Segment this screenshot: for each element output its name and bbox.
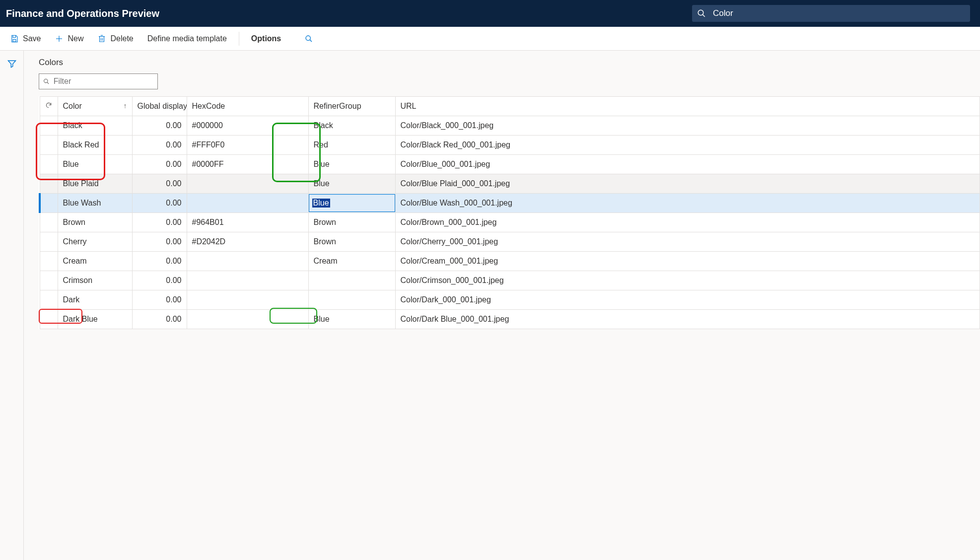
define-media-template-button[interactable]: Define media template [141,31,233,46]
app-title: Finance and Operations Preview [5,8,159,19]
cell-refiner[interactable]: Blue [308,194,395,213]
cell-global[interactable]: 0.00 [132,252,187,271]
col-color[interactable]: Color ↑ [58,97,132,116]
cell-global[interactable]: 0.00 [132,271,187,290]
row-selector[interactable] [40,213,58,232]
filter-input[interactable] [54,77,153,86]
row-selector[interactable] [40,310,58,329]
cell-color[interactable]: Crimson [58,271,132,290]
cell-refiner[interactable]: Blue [308,155,395,174]
cell-hex[interactable]: #FFF0F0 [187,136,308,155]
cell-refiner[interactable]: Blue [308,174,395,194]
row-selector[interactable] [40,136,58,155]
table-row[interactable]: Black0.00#000000BlackColor/Black_000_001… [40,116,980,136]
cell-color[interactable]: Blue [58,155,132,174]
cell-global[interactable]: 0.00 [132,116,187,136]
cell-hex[interactable] [187,310,308,329]
filter-icon[interactable] [7,59,17,560]
cell-url[interactable]: Color/Blue_000_001.jpeg [395,155,980,174]
row-selector[interactable] [40,194,58,213]
define-label: Define media template [147,34,227,43]
col-refiner[interactable]: RefinerGroup [308,97,395,116]
cell-color[interactable]: Black [58,116,132,136]
table-row[interactable]: Blue0.00#0000FFBlueColor/Blue_000_001.jp… [40,155,980,174]
cell-color[interactable]: Cherry [58,232,132,252]
table-row[interactable]: Dark Blue0.00BlueColor/Dark Blue_000_001… [40,310,980,329]
row-selector[interactable] [40,116,58,136]
cell-refiner[interactable] [308,290,395,310]
table-row[interactable]: Blue Wash0.00BlueColor/Blue Wash_000_001… [40,194,980,213]
cell-color[interactable]: Blue Plaid [58,174,132,194]
cell-url[interactable]: Color/Crimson_000_001.jpeg [395,271,980,290]
svg-line-8 [310,40,312,42]
cell-global[interactable]: 0.00 [132,136,187,155]
cell-hex[interactable] [187,271,308,290]
cell-refiner[interactable]: Brown [308,232,395,252]
cell-global[interactable]: 0.00 [132,155,187,174]
cell-global[interactable]: 0.00 [132,290,187,310]
row-selector[interactable] [40,155,58,174]
main-panel: Colors Color ↑ Global display ... HexCod… [24,51,980,560]
delete-label: Delete [110,34,133,43]
cell-global[interactable]: 0.00 [132,213,187,232]
cell-hex[interactable] [187,174,308,194]
table-row[interactable]: Blue Plaid0.00BlueColor/Blue Plaid_000_0… [40,174,980,194]
cell-color[interactable]: Brown [58,213,132,232]
table-row[interactable]: Cream0.00CreamColor/Cream_000_001.jpeg [40,252,980,271]
row-selector[interactable] [40,290,58,310]
cell-refiner[interactable]: Red [308,136,395,155]
cell-refiner[interactable]: Black [308,116,395,136]
cell-color[interactable]: Blue Wash [58,194,132,213]
new-button[interactable]: New [49,31,89,46]
cell-url[interactable]: Color/Dark Blue_000_001.jpeg [395,310,980,329]
cell-refiner[interactable]: Cream [308,252,395,271]
refresh-column[interactable] [40,97,58,116]
row-selector[interactable] [40,252,58,271]
cell-refiner[interactable]: Brown [308,213,395,232]
table-row[interactable]: Cherry0.00#D2042DBrownColor/Cherry_000_0… [40,232,980,252]
cell-global[interactable]: 0.00 [132,310,187,329]
cell-url[interactable]: Color/Black_000_001.jpeg [395,116,980,136]
header-row: Color ↑ Global display ... HexCode Refin… [40,97,980,116]
cell-hex[interactable]: #D2042D [187,232,308,252]
cell-hex[interactable]: #964B01 [187,213,308,232]
cell-hex[interactable] [187,252,308,271]
cell-color[interactable]: Cream [58,252,132,271]
cell-hex[interactable]: #0000FF [187,155,308,174]
table-row[interactable]: Crimson0.00Color/Crimson_000_001.jpeg [40,271,980,290]
table-row[interactable]: Black Red0.00#FFF0F0RedColor/Black Red_0… [40,136,980,155]
cell-global[interactable]: 0.00 [132,174,187,194]
editing-value[interactable]: Blue [312,199,330,208]
table-row[interactable]: Brown0.00#964B01BrownColor/Brown_000_001… [40,213,980,232]
options-button[interactable]: Options [245,31,287,46]
cell-color[interactable]: Dark [58,290,132,310]
cell-refiner[interactable]: Blue [308,310,395,329]
col-global[interactable]: Global display ... [132,97,187,116]
table-row[interactable]: Dark0.00Color/Dark_000_001.jpeg [40,290,980,310]
cell-url[interactable]: Color/Cherry_000_001.jpeg [395,232,980,252]
cell-hex[interactable]: #000000 [187,116,308,136]
cell-url[interactable]: Color/Black Red_000_001.jpeg [395,136,980,155]
cell-url[interactable]: Color/Blue Wash_000_001.jpeg [395,194,980,213]
cell-global[interactable]: 0.00 [132,194,187,213]
col-hex[interactable]: HexCode [187,97,308,116]
cell-url[interactable]: Color/Dark_000_001.jpeg [395,290,980,310]
cell-url[interactable]: Color/Blue Plaid_000_001.jpeg [395,174,980,194]
row-selector[interactable] [40,271,58,290]
grid-filter[interactable] [39,73,158,89]
delete-button[interactable]: Delete [91,31,139,46]
row-selector[interactable] [40,174,58,194]
cell-color[interactable]: Dark Blue [58,310,132,329]
col-url[interactable]: URL [395,97,980,116]
cell-global[interactable]: 0.00 [132,232,187,252]
cell-url[interactable]: Color/Brown_000_001.jpeg [395,213,980,232]
cell-hex[interactable] [187,194,308,213]
row-selector[interactable] [40,232,58,252]
cell-color[interactable]: Black Red [58,136,132,155]
global-search[interactable]: Color [692,5,970,22]
cell-refiner[interactable] [308,271,395,290]
command-search-button[interactable] [299,32,319,46]
cell-url[interactable]: Color/Cream_000_001.jpeg [395,252,980,271]
save-button[interactable]: Save [4,31,47,46]
cell-hex[interactable] [187,290,308,310]
